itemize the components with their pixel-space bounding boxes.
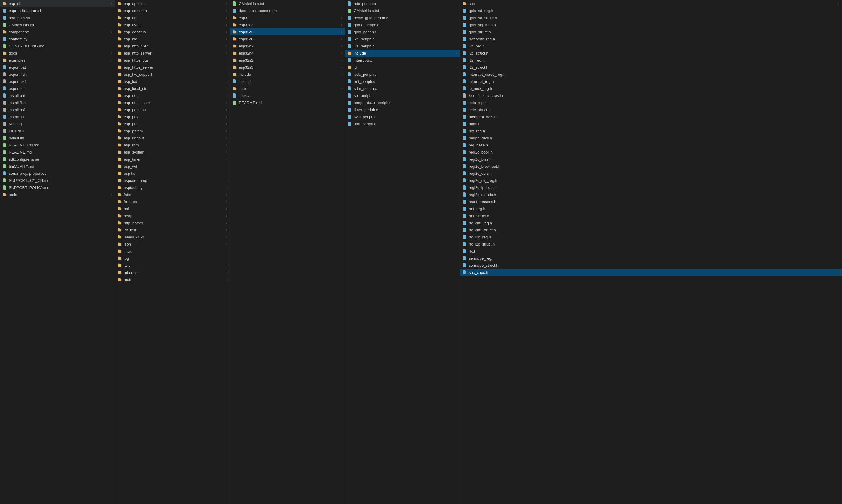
list-item[interactable]: LICENSE: [0, 127, 115, 134]
list-item[interactable]: esp_rom›: [115, 142, 230, 148]
list-item[interactable]: esp_local_ctrl›: [115, 85, 230, 92]
list-item[interactable]: dedic_gpio_periph.c: [345, 14, 460, 21]
list-item[interactable]: esp32h4›: [230, 50, 345, 57]
list-item[interactable]: rtc_cntl_struct.h: [460, 226, 842, 233]
list-item[interactable]: esp_netif_stack›: [115, 99, 230, 106]
list-item[interactable]: export.bat: [0, 64, 115, 71]
list-item[interactable]: json›: [115, 240, 230, 248]
list-item[interactable]: gdma_periph.c: [345, 21, 460, 28]
list-item[interactable]: reset_reasons.h: [460, 198, 842, 205]
list-item[interactable]: interrupt_core0_reg.h: [460, 71, 842, 78]
list-item[interactable]: SUPPORT...CY_CN.md: [0, 177, 115, 184]
list-item[interactable]: install.ps1: [0, 106, 115, 113]
list-item[interactable]: linker.lf: [230, 78, 345, 85]
list-item[interactable]: sensitive_struct.h: [460, 262, 842, 269]
list-item[interactable]: docs›: [0, 50, 115, 57]
list-item[interactable]: esp32›: [230, 14, 345, 21]
list-item[interactable]: linux›: [230, 85, 345, 92]
list-item[interactable]: SECURITY.md: [0, 163, 115, 170]
list-item[interactable]: esp_phy›: [115, 113, 230, 120]
list-item[interactable]: install.sh: [0, 113, 115, 120]
list-item[interactable]: pytest.ini: [0, 134, 115, 142]
list-item[interactable]: mbedtls›: [115, 269, 230, 276]
list-item[interactable]: mmu.h: [460, 120, 842, 127]
list-item[interactable]: esp_ringbuf›: [115, 134, 230, 142]
list-item[interactable]: freertos›: [115, 198, 230, 205]
list-item[interactable]: export.fish: [0, 71, 115, 78]
list-item[interactable]: esp_partition›: [115, 106, 230, 113]
list-item[interactable]: regi2c_dig_reg.h: [460, 177, 842, 184]
list-item[interactable]: interrupts.c: [345, 57, 460, 64]
list-item[interactable]: include›: [345, 50, 460, 57]
list-item[interactable]: esp_lcd›: [115, 78, 230, 85]
list-item[interactable]: periph_defs.h: [460, 134, 842, 142]
list-item[interactable]: esp32c6›: [230, 35, 345, 42]
list-item[interactable]: io_mux_reg.h: [460, 85, 842, 92]
list-item[interactable]: regi2c_bias.h: [460, 156, 842, 163]
list-item[interactable]: soc_caps.h: [460, 269, 842, 276]
list-item[interactable]: esp_app_c...›: [115, 0, 230, 7]
list-item[interactable]: mqtt›: [115, 276, 230, 283]
list-item[interactable]: gpio_sig_map.h: [460, 21, 842, 28]
list-item[interactable]: rtc.h: [460, 248, 842, 255]
list-item[interactable]: SUPPORT_POLICY.md: [0, 184, 115, 191]
list-item[interactable]: rtc_i2c_reg.h: [460, 233, 842, 240]
list-item[interactable]: esp_http_client›: [115, 42, 230, 50]
list-item[interactable]: lwip›: [115, 262, 230, 269]
list-item[interactable]: gpio_periph.c: [345, 28, 460, 35]
list-item[interactable]: esp_psram›: [115, 127, 230, 134]
list-item[interactable]: esp_common›: [115, 7, 230, 14]
list-item[interactable]: README_CN.md: [0, 142, 115, 148]
list-item[interactable]: ieee802154›: [115, 233, 230, 240]
list-item[interactable]: ledc_struct.h: [460, 106, 842, 113]
list-item[interactable]: esp-tls›: [115, 170, 230, 177]
list-item[interactable]: interrupt_reg.h: [460, 78, 842, 85]
list-item[interactable]: gpio_sd_struct.h: [460, 14, 842, 21]
list-item[interactable]: ledc_reg.h: [460, 99, 842, 106]
list-item[interactable]: README.md: [230, 99, 345, 106]
list-item[interactable]: esp_eth›: [115, 14, 230, 21]
list-item[interactable]: esp32s2›: [230, 57, 345, 64]
list-item[interactable]: rtc_cntl_reg.h: [460, 219, 842, 226]
list-item[interactable]: i2s_struct.h: [460, 64, 842, 71]
list-item[interactable]: rmt_periph.c: [345, 78, 460, 85]
list-item[interactable]: lldesc.c: [230, 92, 345, 99]
list-item[interactable]: i2s_reg.h: [460, 57, 842, 64]
list-item[interactable]: memprot_defs.h: [460, 113, 842, 120]
list-item[interactable]: rmt_struct.h: [460, 212, 842, 219]
list-item[interactable]: heap›: [115, 212, 230, 219]
list-item[interactable]: dport_acc...common.c: [230, 7, 345, 14]
list-item[interactable]: Kconfig: [0, 120, 115, 127]
list-item[interactable]: timer_periph.c: [345, 106, 460, 113]
list-item[interactable]: esp_hw_support›: [115, 71, 230, 78]
list-item[interactable]: esp_hid›: [115, 35, 230, 42]
list-item[interactable]: install.fish: [0, 99, 115, 106]
list-item[interactable]: regi2c_brownout.h: [460, 163, 842, 170]
list-item[interactable]: temperatu...r_periph.c: [345, 99, 460, 106]
list-item[interactable]: regi2c_defs.h: [460, 170, 842, 177]
list-item[interactable]: README.md: [0, 148, 115, 156]
list-item[interactable]: regi2c_saradc.h: [460, 191, 842, 198]
list-item[interactable]: i2c_periph.c: [345, 35, 460, 42]
list-item[interactable]: esp_netif›: [115, 92, 230, 99]
list-item[interactable]: CMakeLists.txt: [230, 0, 345, 7]
list-item[interactable]: examples›: [0, 57, 115, 64]
list-item[interactable]: Kconfig.soc_caps.in: [460, 92, 842, 99]
list-item[interactable]: uart_periph.c: [345, 120, 460, 127]
list-item[interactable]: regi2c_bbpll.h: [460, 148, 842, 156]
list-item[interactable]: i2c_struct.h: [460, 50, 842, 57]
list-item[interactable]: esptool_py›: [115, 184, 230, 191]
list-item[interactable]: linux›: [115, 248, 230, 255]
list-item[interactable]: gpio_struct.h: [460, 28, 842, 35]
list-item[interactable]: regi2c_lp_bias.h: [460, 184, 842, 191]
list-item[interactable]: components›: [0, 28, 115, 35]
list-item[interactable]: esp_wifi›: [115, 163, 230, 170]
list-item[interactable]: CMakeLists.txt: [345, 7, 460, 14]
list-item[interactable]: CMakeLists.txt: [0, 21, 115, 28]
list-item[interactable]: tools›: [0, 191, 115, 198]
list-item[interactable]: install.bat: [0, 92, 115, 99]
list-item[interactable]: idf_test›: [115, 226, 230, 233]
list-item[interactable]: ld›: [345, 64, 460, 71]
list-item[interactable]: hwcrypto_reg.h: [460, 35, 842, 42]
list-item[interactable]: esp_event›: [115, 21, 230, 28]
